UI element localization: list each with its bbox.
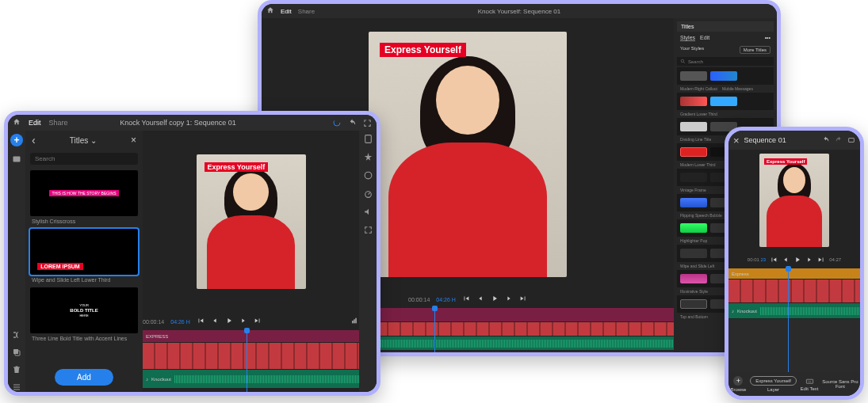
color-icon[interactable] xyxy=(363,170,373,181)
fx-icon[interactable] xyxy=(363,152,373,162)
video-preview[interactable]: Express Yourself xyxy=(369,32,567,277)
keyboard-icon xyxy=(805,377,814,386)
transport-bar: 00:00:14 04:26 H xyxy=(143,313,359,330)
template-item-selected[interactable]: LOREM IPSUM Wipe and Slide Left Lower Th… xyxy=(30,229,138,285)
tab-styles[interactable]: Styles xyxy=(680,35,695,41)
menu-edit[interactable]: Edit xyxy=(29,119,41,127)
title-overlay[interactable]: Express Yourself xyxy=(205,162,269,172)
document-title: Knock Yourself copy 1: Sequence 01 xyxy=(120,119,236,127)
track-title-label: EXPRESS xyxy=(146,334,168,339)
video-preview[interactable]: Express Yourself xyxy=(759,154,829,247)
template-item[interactable]: YOURBOLD TITLEHERE Three Line Bold Title… xyxy=(30,287,138,344)
svg-point-11 xyxy=(365,172,372,179)
step-back-icon[interactable] xyxy=(211,317,219,326)
font-label: Font xyxy=(822,384,858,389)
add-button[interactable]: + xyxy=(10,134,23,146)
template-item[interactable]: THIS IS HOW THE STORY BEGINS Stylish Cri… xyxy=(30,170,138,226)
audio-icon[interactable] xyxy=(363,207,373,217)
template-label: Three Line Bold Title with Accent Lines xyxy=(30,333,138,344)
layer-tab[interactable]: Express Yourself Layer xyxy=(750,376,797,392)
close-button[interactable]: × xyxy=(131,135,136,146)
phone-timeline[interactable]: Express ♪Knockout xyxy=(728,268,860,372)
preset-label: Modern Right Callout xyxy=(680,86,717,91)
undo-icon[interactable] xyxy=(822,136,830,144)
skip-start-icon[interactable] xyxy=(770,256,778,264)
titles-panel: ‹ Titles ⌄ × Search THIS IS HOW THE STOR… xyxy=(25,131,143,392)
scissors-icon[interactable] xyxy=(12,330,21,340)
playhead[interactable] xyxy=(247,330,247,392)
menu-edit[interactable]: Edit xyxy=(281,8,292,15)
tablet-screen: Edit Share Knock Yourself copy 1: Sequen… xyxy=(8,115,377,392)
more-icon[interactable]: ••• xyxy=(765,35,770,41)
step-back-icon[interactable] xyxy=(476,295,484,304)
skip-end-icon[interactable] xyxy=(254,317,262,326)
svg-point-4 xyxy=(13,336,15,338)
redo-icon[interactable] xyxy=(835,136,843,144)
play-icon[interactable] xyxy=(225,317,233,326)
time-current: 00:01 23 xyxy=(748,257,766,262)
more-titles-button[interactable]: More Titles xyxy=(740,46,770,54)
video-preview[interactable]: Express Yourself xyxy=(197,154,306,289)
home-icon[interactable] xyxy=(266,6,274,16)
svg-rect-14 xyxy=(806,379,813,383)
play-icon[interactable] xyxy=(793,256,801,264)
transform-icon[interactable] xyxy=(363,225,373,235)
panel-title[interactable]: Titles ⌄ xyxy=(70,136,97,145)
add-title-button[interactable]: Add xyxy=(55,369,113,386)
panel-search[interactable]: Search xyxy=(677,57,774,66)
edit-text-tab[interactable]: Edit Text xyxy=(801,377,819,391)
menu-share[interactable]: Share xyxy=(49,119,68,127)
back-icon[interactable]: × xyxy=(733,135,740,146)
preset-label: Gradient Lower Third xyxy=(677,112,774,116)
browse-label: Browse xyxy=(730,387,746,392)
plus-icon: + xyxy=(733,376,743,386)
tab-edit[interactable]: Edit xyxy=(700,35,709,41)
font-tab[interactable]: Source Sans Pro Font xyxy=(822,379,858,389)
menu-share[interactable]: Share xyxy=(298,8,315,15)
svg-point-3 xyxy=(13,332,15,333)
laptop-topbar: Edit Share Knock Yourself: Sequence 01 xyxy=(262,4,777,18)
search-input[interactable]: Search xyxy=(30,153,138,165)
fullscreen-icon[interactable] xyxy=(363,119,372,127)
fullscreen-icon[interactable] xyxy=(847,136,855,144)
preset-item[interactable] xyxy=(677,93,774,110)
title-overlay[interactable]: Express Yourself xyxy=(380,43,466,57)
music-note-icon: ♪ xyxy=(146,377,148,382)
skip-start-icon[interactable] xyxy=(462,295,470,304)
skip-start-icon[interactable] xyxy=(197,317,205,326)
playhead[interactable] xyxy=(434,308,435,352)
music-note-icon: ♪ xyxy=(732,309,734,314)
skip-end-icon[interactable] xyxy=(817,256,825,264)
copy-icon[interactable] xyxy=(12,348,21,357)
skip-end-icon[interactable] xyxy=(519,295,527,304)
trash-icon[interactable] xyxy=(12,365,21,374)
track-video[interactable] xyxy=(143,343,359,370)
template-sample: THIS IS HOW THE STORY BEGINS xyxy=(49,190,118,196)
template-label: Wipe and Slide Left Lower Third xyxy=(30,275,138,285)
back-button[interactable]: ‹ xyxy=(32,134,36,146)
title-overlay[interactable]: Express Yourself xyxy=(764,158,807,165)
browse-button[interactable]: + Browse xyxy=(730,376,746,392)
step-fwd-icon[interactable] xyxy=(505,295,513,304)
undo-icon[interactable] xyxy=(348,119,357,127)
home-icon[interactable] xyxy=(13,118,21,127)
tablet-timeline[interactable]: EXPRESS ♪Knockout xyxy=(143,330,359,392)
playhead[interactable] xyxy=(788,268,789,372)
media-icon[interactable] xyxy=(12,154,21,164)
time-total: 04:26 H xyxy=(436,297,456,302)
search-icon xyxy=(680,59,686,64)
track-audio-label: Knockout xyxy=(737,309,757,314)
speed-icon[interactable] xyxy=(363,188,373,199)
svg-rect-2 xyxy=(13,157,21,162)
step-fwd-icon[interactable] xyxy=(805,256,813,264)
right-rail xyxy=(359,131,377,392)
preset-item[interactable] xyxy=(677,67,774,85)
step-fwd-icon[interactable] xyxy=(239,317,247,326)
list-icon[interactable] xyxy=(12,382,21,392)
step-back-icon[interactable] xyxy=(782,256,790,264)
ratio-icon[interactable] xyxy=(363,134,373,144)
levels-icon[interactable] xyxy=(351,317,359,326)
track-video[interactable] xyxy=(728,279,860,303)
play-icon[interactable] xyxy=(491,295,499,304)
title-chip[interactable]: Express Yourself xyxy=(750,376,797,386)
